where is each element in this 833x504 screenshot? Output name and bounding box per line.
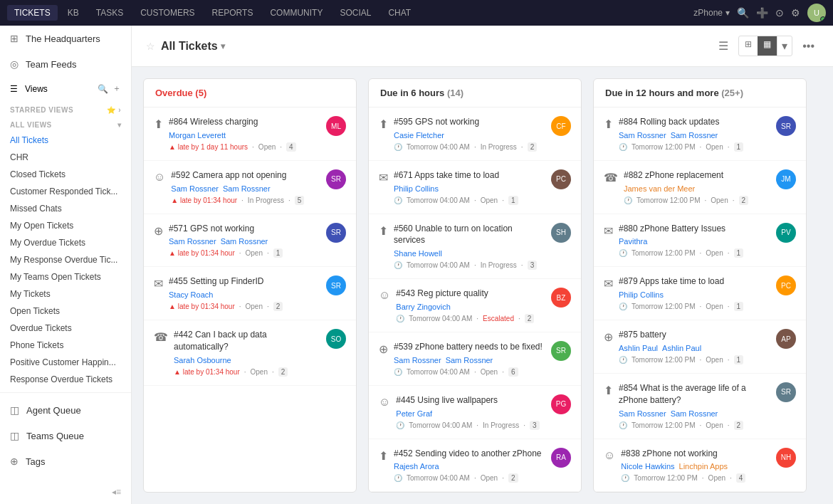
table-row[interactable]: ⬆ #854 What is the average life of a zPh… [594,374,806,439]
ticket-avatar: NH [776,448,796,468]
table-row[interactable]: ⬆ #595 GPS not working Casie Fletcher 🕐 … [369,107,581,161]
table-row[interactable]: ⊕ #539 zPhone battery needs to be fixed!… [369,332,581,386]
table-row[interactable]: ⊕ #571 GPS not working Sam RossnerSam Ro… [144,214,356,268]
ticket-agent[interactable]: Linchpin Apps [679,462,728,471]
activity-icon[interactable]: ⊙ [775,7,784,19]
nav-item-tasks[interactable]: TASKS [89,5,130,21]
nav-item-chat[interactable]: CHAT [381,5,418,21]
ticket-agent[interactable]: Sarah Osbourne [174,356,231,364]
sidebar-item-tags[interactable]: ⊕ Tags [0,448,131,474]
sidebar-nav-item-open[interactable]: Open Tickets [0,303,131,320]
table-row[interactable]: ✉ #879 Apps take time to load Philip Col… [594,267,806,320]
nav-item-reports[interactable]: REPORTS [205,5,261,21]
avatar[interactable]: U [807,4,826,22]
table-row[interactable]: ✉ #455 Setting up FinderID Stacy Roach ▲… [144,267,356,320]
more-options-button[interactable]: ••• [798,37,819,56]
nav-item-social[interactable]: SOCIAL [332,5,378,21]
table-row[interactable]: ✉ #880 zPhone Battery Issues Pavithra 🕐 … [594,214,806,268]
ticket-agent[interactable]: Sam Rossner [671,409,718,418]
ticket-agent[interactable]: Pavithra [619,237,647,246]
table-row[interactable]: ⬆ #452 Sending video to another zPhone R… [369,439,581,492]
settings-icon[interactable]: ⚙ [791,7,800,19]
table-row[interactable]: ☎ #882 zPhone replacement James van der … [594,161,806,214]
ticket-agent[interactable]: Sam Rossner [394,356,441,364]
views-search-icon[interactable]: 🔍 [98,84,108,94]
sidebar-nav-item-my-teams-open[interactable]: My Teams Open Tickets [0,268,131,285]
ticket-agent[interactable]: Rajesh Arora [394,462,439,471]
sidebar-nav-item-my-open[interactable]: My Open Tickets [0,217,131,234]
kanban-view-button[interactable]: ▦ [758,36,777,56]
all-views-toggle[interactable]: ▾ [117,121,122,129]
ticket-agent[interactable]: Stacy Roach [169,290,213,299]
ticket-agent[interactable]: Sam Rossner [619,409,666,418]
table-row[interactable]: ✉ #671 Apps take time to load Philip Col… [369,161,581,214]
clock-icon: 🕐 [396,315,404,322]
table-row[interactable]: ⊕ #875 battery Ashlin PaulAshlin Paul 🕐 … [594,320,806,374]
ticket-agent[interactable]: Sam Rossner [171,184,219,193]
table-row[interactable]: ⬆ #884 Rolling back updates Sam RossnerS… [594,107,806,161]
table-row[interactable]: ☺ #445 Using live wallpapers Peter Graf … [369,386,581,439]
ticket-agent[interactable]: Sam Rossner [446,356,493,364]
sidebar-item-headquarters[interactable]: ⊞ The Headquarters [0,26,131,51]
sidebar-nav-item-my-response-overdue[interactable]: My Response Overdue Tic... [0,251,131,268]
sidebar-item-agent-queue[interactable]: ◫ Agent Queue [0,397,131,423]
table-row[interactable]: ☎ #442 Can I back up data automatically?… [144,320,356,386]
sidebar-item-teams-queue[interactable]: ◫ Teams Queue [0,423,131,448]
ticket-agent[interactable]: Barry Zingovich [396,303,450,311]
ticket-agent[interactable]: James van der Meer [624,184,695,193]
ticket-agent[interactable]: Sam Rossner [223,184,271,193]
sidebar-nav-item-all-tickets[interactable]: All Tickets [0,132,131,149]
nav-item-kb[interactable]: KB [61,5,86,21]
ticket-agent[interactable]: Ashlin Paul [619,344,658,352]
sidebar-nav-item-missed-chats[interactable]: Missed Chats [0,200,131,217]
ticket-agent[interactable]: Sam Rossner [221,237,268,246]
sidebar-nav-item-response-overdue[interactable]: Response Overdue Tickets [0,371,131,388]
view-toggle-dropdown[interactable]: ▾ [777,36,792,56]
kanban-board: Overdue (5) ⬆ #864 Wireless charging Mor… [132,67,833,504]
ticket-avatar: PG [551,394,571,414]
add-icon[interactable]: ➕ [756,7,768,19]
ticket-time: Tomorrow 12:00 PM [636,196,700,204]
views-add-icon[interactable]: ＋ [112,83,121,95]
ticket-status: Open [706,421,723,429]
ticket-agent[interactable]: Nicole Hawkins [621,462,674,471]
grid-view-button[interactable]: ⊞ [739,36,758,56]
list-view-icon[interactable]: ☰ [714,36,733,56]
sidebar-nav-item-closed[interactable]: Closed Tickets [0,166,131,183]
nav-item-community[interactable]: COMMUNITY [263,5,330,21]
view-title[interactable]: All Tickets ▾ [161,40,225,53]
ticket-agent[interactable]: Ashlin Paul [662,344,701,352]
sidebar-nav-item-chr[interactable]: CHR [0,149,131,166]
sidebar-nav-item-positive[interactable]: Positive Customer Happin... [0,354,131,371]
ticket-agent[interactable]: Morgan Leverett [169,131,226,140]
sidebar-nav-item-my-overdue[interactable]: My Overdue Tickets [0,234,131,251]
table-row[interactable]: ⬆ #560 Unable to turn on location servic… [369,214,581,280]
ticket-agent[interactable]: Sam Rossner [671,131,718,140]
ticket-agent[interactable]: Philip Collins [619,290,664,299]
search-icon[interactable]: 🔍 [737,7,749,19]
ticket-agent[interactable]: Shane Howell [394,249,442,258]
ticket-type-icon: ⊕ [604,330,613,344]
sidebar-collapse-button[interactable]: ◂≡ [0,480,131,504]
table-row[interactable]: ☺ #592 Camera app not opening Sam Rossne… [144,161,356,214]
ticket-agent[interactable]: Sam Rossner [169,237,216,246]
favorite-star-icon[interactable]: ☆ [146,41,155,52]
online-indicator [820,16,826,22]
table-row[interactable]: ☺ #838 zPhone not working Nicole Hawkins… [594,439,806,492]
table-row[interactable]: ⬆ #864 Wireless charging Morgan Leverett… [144,107,356,161]
sidebar-item-team-feeds[interactable]: ◎ Team Feeds [0,51,131,77]
sidebar-nav-item-my-tickets[interactable]: My Tickets [0,285,131,303]
sidebar-nav-item-overdue[interactable]: Overdue Tickets [0,320,131,337]
table-row[interactable]: ☺ #543 Reg picture quality Barry Zingovi… [369,279,581,332]
ticket-agent[interactable]: Casie Fletcher [394,131,444,140]
sidebar-views-toggle[interactable]: ☰ Views 🔍 ＋ [0,77,131,100]
sidebar-nav-item-customer-responded[interactable]: Customer Responded Tick... [0,183,131,200]
starred-toggle[interactable]: ⭐ › [107,106,121,114]
ticket-agent[interactable]: Peter Graf [396,409,432,418]
nav-item-tickets[interactable]: TICKETS [7,5,58,21]
nav-item-customers[interactable]: CUSTOMERS [133,5,201,21]
ticket-agent[interactable]: Sam Rossner [619,131,666,140]
ticket-agent[interactable]: Philip Collins [394,184,439,193]
sidebar-nav-item-phone[interactable]: Phone Tickets [0,337,131,354]
zphone-selector[interactable]: zPhone ▾ [693,8,730,18]
